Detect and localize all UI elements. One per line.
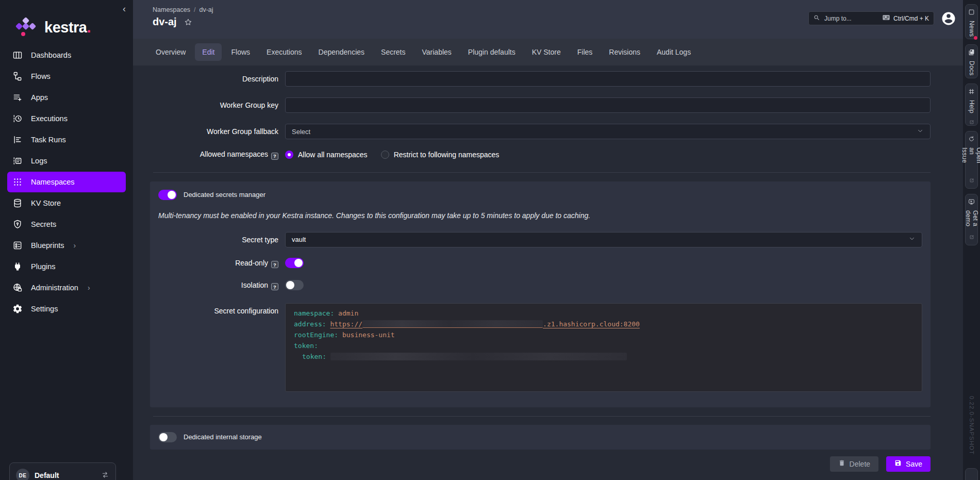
demo-screen-icon (968, 198, 975, 207)
docs-book-icon (968, 49, 975, 57)
secret-configuration-label: Secret configuration (158, 303, 278, 315)
breadcrumb-namespaces[interactable]: Namespaces (153, 6, 190, 13)
search-icon (813, 14, 820, 23)
sidebar-item-kv-store[interactable]: KV Store (7, 193, 126, 213)
settings-gear-icon (12, 304, 23, 314)
dedicated-internal-storage-label: Dedicated internal storage (184, 433, 262, 441)
read-only-label: Read-only? (158, 259, 278, 269)
dedicated-secrets-manager-toggle[interactable] (158, 190, 177, 200)
favorite-star-icon[interactable] (184, 18, 192, 26)
help-icon[interactable]: ? (271, 283, 278, 290)
tab-files[interactable]: Files (570, 43, 600, 61)
sidebar: ‹ kestra. Dashboards Flows Apps Executio… (0, 0, 133, 480)
sidebar-item-logs[interactable]: Logs (7, 151, 126, 171)
tab-executions[interactable]: Executions (259, 43, 309, 61)
section-divider (153, 172, 931, 173)
isolation-toggle[interactable] (285, 280, 304, 290)
trash-icon (838, 459, 845, 468)
secret-type-select[interactable]: vault (285, 232, 922, 247)
breadcrumb-current[interactable]: dv-aj (199, 6, 213, 13)
tab-flows[interactable]: Flows (224, 43, 257, 61)
code-line: address: https://.z1.hashicorp.cloud:820… (294, 319, 913, 329)
rail-more-button[interactable] (965, 468, 978, 480)
dedicated-secrets-manager-card: Dedicated secrets manager Multi-tenancy … (150, 181, 931, 407)
sidebar-item-dashboards[interactable]: Dashboards (7, 45, 126, 65)
secret-configuration-editor[interactable]: namespace: admin address: https://.z1.ha… (285, 303, 922, 392)
tab-secrets[interactable]: Secrets (374, 43, 412, 61)
redacted-secret (362, 320, 543, 328)
tab-variables[interactable]: Variables (415, 43, 459, 61)
switch-tenant-icon[interactable] (101, 471, 109, 480)
namespace-tabs: Overview Edit Flows Executions Dependenc… (133, 39, 963, 65)
radio-selected-icon[interactable] (285, 151, 293, 159)
tab-audit-logs[interactable]: Audit Logs (650, 43, 698, 61)
notification-badge (974, 36, 977, 40)
jump-to-search[interactable]: Jump to... Ctrl/Cmd + K (808, 11, 934, 25)
page-header: Namespaces / dv-aj dv-aj Jump to... Ctrl… (133, 0, 963, 39)
slack-icon (968, 88, 975, 96)
worker-group-key-label: Worker Group key (133, 101, 278, 109)
tenant-selector[interactable]: DE Default (9, 462, 116, 480)
search-shortcut: Ctrl/Cmd + K (893, 15, 929, 22)
tenant-initials-badge: DE (16, 469, 29, 480)
tab-dependencies[interactable]: Dependencies (311, 43, 372, 61)
administration-globe-icon (12, 283, 23, 293)
delete-button[interactable]: Delete (830, 456, 878, 472)
kestra-logo-icon (14, 18, 38, 37)
sidebar-item-task-runs[interactable]: Task Runs (7, 129, 126, 150)
dedicated-internal-storage-card: Dedicated internal storage (150, 425, 931, 450)
code-line: namespace: admin (294, 308, 913, 319)
sidebar-item-namespaces[interactable]: Namespaces (7, 172, 126, 192)
radio-unselected-icon[interactable] (381, 151, 389, 159)
news-button[interactable]: News (965, 4, 978, 39)
chevron-right-icon: › (88, 284, 90, 292)
sidebar-item-blueprints[interactable]: Blueprints › (7, 235, 126, 256)
dashboards-icon (12, 50, 23, 60)
radio-restrict-namespaces[interactable]: Restrict to following namespaces (381, 151, 500, 159)
read-only-toggle[interactable] (285, 258, 304, 268)
help-icon[interactable]: ? (271, 153, 278, 160)
apps-icon (12, 92, 23, 103)
tab-kv-store[interactable]: KV Store (525, 43, 568, 61)
keyboard-icon (882, 13, 890, 23)
help-button[interactable]: Help (965, 84, 978, 126)
worker-group-key-input[interactable] (285, 97, 931, 113)
open-an-issue-button[interactable]: Open an Issue (965, 131, 978, 189)
tab-edit[interactable]: Edit (195, 43, 222, 61)
tab-plugin-defaults[interactable]: Plugin defaults (461, 43, 523, 61)
kv-store-icon (12, 198, 23, 208)
description-input[interactable] (285, 71, 931, 87)
executions-icon (12, 113, 23, 124)
chevron-right-icon: › (73, 241, 76, 250)
radio-allow-all-namespaces[interactable]: Allow all namespaces (285, 151, 368, 159)
external-link-icon (969, 233, 974, 241)
flows-icon (12, 71, 23, 81)
plugins-icon (12, 261, 23, 272)
sidebar-item-plugins[interactable]: Plugins (7, 256, 126, 277)
news-icon (968, 9, 975, 17)
sidebar-item-administration[interactable]: Administration › (7, 277, 126, 298)
isolation-label: Isolation? (158, 281, 278, 291)
sidebar-item-apps[interactable]: Apps (7, 87, 126, 108)
kestra-logo[interactable]: kestra. (0, 0, 133, 39)
sidebar-item-executions[interactable]: Executions (7, 108, 126, 129)
worker-group-fallback-select[interactable]: Select (285, 124, 931, 139)
sidebar-item-flows[interactable]: Flows (7, 66, 126, 87)
code-line: rootEngine: business-unit (294, 329, 913, 340)
logs-icon (12, 156, 23, 166)
save-button[interactable]: Save (886, 456, 931, 472)
version-label: 0.22.0-SNAPSHOT (963, 396, 980, 455)
sidebar-item-settings[interactable]: Settings (7, 299, 126, 319)
help-icon[interactable]: ? (271, 261, 278, 268)
page-title: dv-aj (153, 16, 177, 28)
user-avatar[interactable] (941, 11, 956, 28)
docs-button[interactable]: Docs (965, 44, 978, 78)
sidebar-item-secrets[interactable]: Secrets (7, 214, 126, 235)
tab-overview[interactable]: Overview (148, 43, 193, 61)
dedicated-internal-storage-toggle[interactable] (158, 432, 177, 442)
secret-type-label: Secret type (158, 236, 278, 244)
redacted-secret (330, 353, 627, 360)
sidebar-collapse-icon[interactable]: ‹ (123, 4, 126, 13)
tab-revisions[interactable]: Revisions (602, 43, 647, 61)
get-a-demo-button[interactable]: Get a demo (965, 194, 978, 245)
